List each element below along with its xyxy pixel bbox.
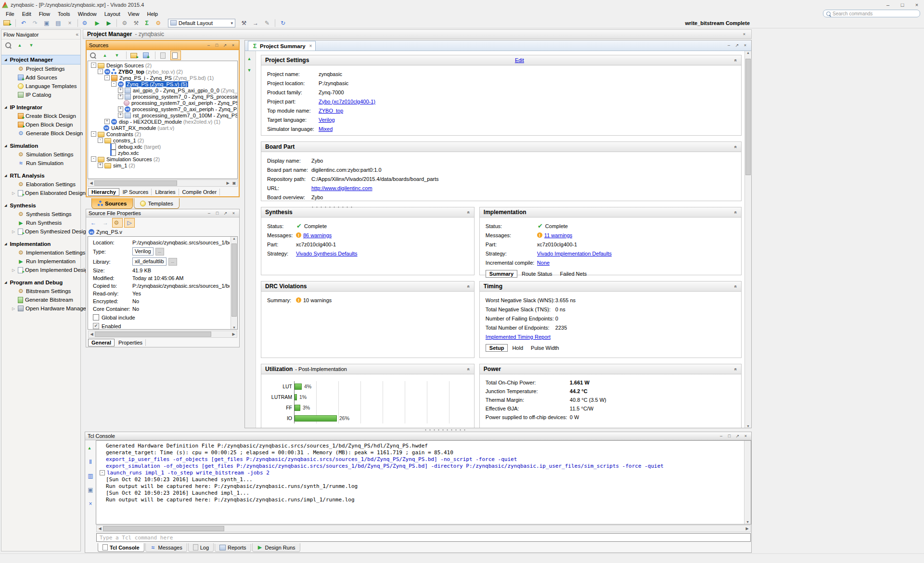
row-value[interactable]: 86 warnings: [303, 232, 332, 238]
tab-log[interactable]: Log: [188, 543, 214, 552]
sidebar-item-open-hardware-manager[interactable]: ▷Open Hardware Manager: [1, 304, 80, 313]
menu-layout[interactable]: Layout: [101, 11, 124, 17]
collapse-section-icon[interactable]: «: [733, 145, 739, 148]
tree-expander-icon[interactable]: +: [118, 94, 123, 99]
tree-item[interactable]: processing_system7_0_axi_periph - Zynq_P…: [89, 100, 237, 106]
properties-vscrollbar[interactable]: ▲ ▼: [231, 237, 237, 329]
sidebar-item-run-simulation[interactable]: Run Simulation: [1, 159, 80, 167]
expand-triangle-icon[interactable]: ◢: [4, 58, 7, 62]
sidebar-section-implementation[interactable]: ◢Implementation: [1, 240, 80, 248]
tree-expander-icon[interactable]: -: [111, 81, 116, 87]
search-icon[interactable]: [4, 40, 14, 50]
tab-failed-nets[interactable]: Failed Nets: [557, 270, 590, 277]
row-value[interactable]: Verilog: [319, 117, 335, 123]
tree-expander-icon[interactable]: -: [104, 75, 110, 80]
edit-link[interactable]: Edit: [515, 57, 524, 63]
scroll-left-icon[interactable]: ◀: [97, 526, 103, 531]
collapse-section-icon[interactable]: «: [733, 285, 739, 288]
scroll-left-icon[interactable]: ◀: [88, 181, 94, 185]
tree-expander-icon[interactable]: -: [98, 138, 103, 143]
tab-templates[interactable]: Templates: [134, 198, 179, 209]
properties-hscrollbar[interactable]: ◀ ▶: [88, 331, 237, 338]
scroll-thumb[interactable]: [94, 180, 177, 186]
collapse-all-icon[interactable]: [15, 40, 26, 50]
expand-arrow-icon[interactable]: ▷: [12, 191, 17, 195]
redo-icon[interactable]: ↷: [30, 18, 40, 28]
expand-triangle-icon[interactable]: ◢: [4, 174, 7, 178]
implemented-timing-report-link[interactable]: Implemented Timing Report: [486, 334, 551, 340]
tree-expander-icon[interactable]: -: [91, 63, 96, 68]
add-sources-icon[interactable]: [141, 51, 152, 60]
maximize-icon[interactable]: □: [214, 210, 220, 217]
expand-arrow-icon[interactable]: ▷: [12, 307, 17, 311]
browse-button[interactable]: ...: [168, 258, 177, 266]
tree-item[interactable]: -Zynq_PS (Zynq_PS.v) (5): [89, 81, 237, 87]
browse-button[interactable]: ...: [155, 248, 164, 256]
sidebar-section-rtl-analysis[interactable]: ◢RTL Analysis: [1, 171, 80, 180]
float-icon[interactable]: ↗: [734, 433, 741, 439]
tree-expander-icon[interactable]: +: [118, 88, 123, 93]
tcl-titlebar[interactable]: Tcl Console ‒ □ ↗ ×: [85, 432, 751, 440]
sidebar-section-project-manager[interactable]: ◢Project Manager: [1, 55, 80, 64]
menu-view[interactable]: View: [124, 11, 143, 17]
sidebar-item-implementation-settings[interactable]: Implementation Settings: [1, 248, 80, 257]
tools-icon[interactable]: ⚒: [131, 18, 141, 28]
tab-pulse-width[interactable]: Pulse Width: [527, 345, 563, 351]
collapse-all-icon[interactable]: [245, 54, 256, 64]
go-icon[interactable]: →: [250, 18, 261, 28]
sidebar-item-simulation-settings[interactable]: Simulation Settings: [1, 150, 80, 159]
sidebar-item-generate-block-design[interactable]: Generate Block Design: [1, 129, 80, 138]
checkbox-enabled[interactable]: ✔: [93, 323, 99, 329]
menu-edit[interactable]: Edit: [18, 11, 35, 17]
sidebar-item-ip-catalog[interactable]: IP Catalog: [1, 90, 80, 99]
run-settings-icon[interactable]: [80, 18, 91, 28]
tcl-vscrollbar[interactable]: ▼: [744, 441, 751, 524]
property-combo[interactable]: Verilog: [132, 247, 154, 256]
clear-icon[interactable]: ×: [85, 499, 96, 509]
pause-output-icon[interactable]: Ⅱ: [85, 457, 96, 467]
tree-item[interactable]: -ZYBO_top (zybo_top.v) (2): [89, 68, 237, 75]
collapse-section-icon[interactable]: «: [466, 368, 472, 371]
collapse-section-icon[interactable]: «: [733, 211, 739, 214]
combo-arrow-icon[interactable]: ▾: [224, 21, 233, 26]
expand-triangle-icon[interactable]: ◢: [4, 105, 7, 109]
sidebar-item-run-synthesis[interactable]: Run Synthesis: [1, 218, 80, 227]
checkbox-global-include[interactable]: [93, 314, 99, 320]
sources-hscrollbar[interactable]: ◀ ▶ ▣: [88, 179, 238, 187]
tree-item[interactable]: +rst_processing_system7_0_100M - Zynq_PS…: [89, 112, 237, 118]
no-edit-icon[interactable]: ✎: [262, 18, 272, 28]
forward-icon[interactable]: →: [100, 218, 111, 228]
tree-item[interactable]: +axi_gpio_0 - Zynq_PS_axi_gpio_0_0 (Zynq…: [89, 87, 237, 93]
collapse-all-icon[interactable]: [101, 51, 111, 60]
close-icon[interactable]: ×: [231, 210, 237, 217]
tab-reports[interactable]: Reports: [215, 544, 251, 552]
row-value[interactable]: ZYBO_top: [319, 108, 343, 114]
tree-item[interactable]: -Design Sources (2): [89, 62, 237, 68]
open-file-icon[interactable]: [2, 18, 13, 28]
tree-item[interactable]: +processing_system7_0_axi_periph - Zynq_…: [89, 106, 237, 112]
sidebar-item-open-implemented-design[interactable]: ▷Open Implemented Design: [1, 266, 80, 274]
sidebar-section-program-and-debug[interactable]: ◢Program and Debug: [1, 278, 80, 287]
close-icon[interactable]: ×: [743, 433, 749, 439]
sidebar-item-add-sources[interactable]: Add Sources: [1, 73, 80, 82]
row-value[interactable]: Vivado Synthesis Defaults: [296, 251, 358, 256]
close-icon[interactable]: ×: [742, 42, 748, 49]
splitter-handle[interactable]: [310, 206, 354, 208]
refresh-icon[interactable]: ↻: [278, 18, 288, 28]
console-expander-icon[interactable]: -: [100, 470, 105, 475]
collapse-section-icon[interactable]: «: [466, 285, 472, 288]
scroll-down-icon[interactable]: ▼: [744, 520, 751, 524]
sidebar-item-synthesis-settings[interactable]: Synthesis Settings: [1, 210, 80, 218]
sidebar-item-run-implementation[interactable]: Run Implementation: [1, 257, 80, 266]
expand-arrow-icon[interactable]: ▷: [12, 268, 17, 272]
expand-triangle-icon[interactable]: ◢: [4, 144, 7, 148]
minimize-button[interactable]: ‒: [881, 0, 895, 9]
row-value[interactable]: Zybo (xc7z010clg400-1): [319, 99, 375, 104]
tree-expander-icon[interactable]: -: [98, 69, 103, 74]
tab-messages[interactable]: Messages: [145, 543, 187, 552]
minimize-icon[interactable]: ‒: [718, 433, 724, 439]
tree-item[interactable]: -constrs_1 (2): [89, 137, 237, 143]
tree-item[interactable]: +sim_1 (2): [89, 162, 237, 168]
tab-route-status[interactable]: Route Status: [518, 270, 556, 277]
menu-tools[interactable]: Tools: [54, 11, 74, 17]
